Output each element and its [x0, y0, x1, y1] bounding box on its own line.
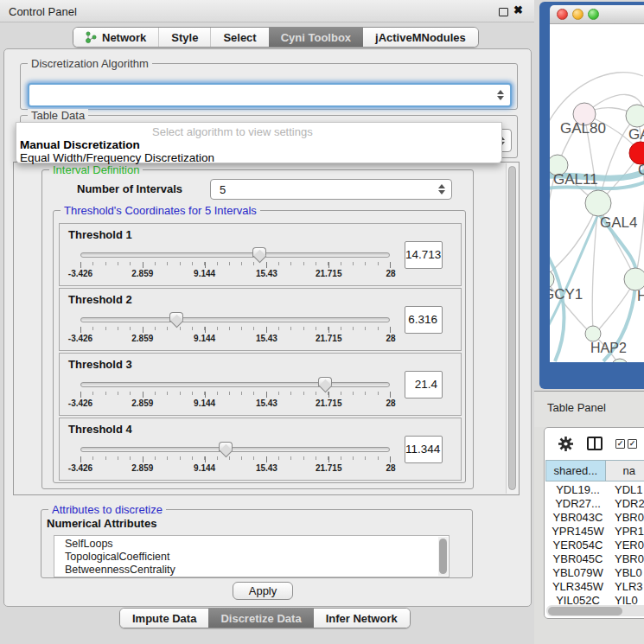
zoom-traffic-light-icon[interactable] [588, 9, 599, 20]
table-row[interactable]: YLR345WYLR3 [545, 580, 644, 594]
table-row[interactable]: YPR145WYPR1 [545, 525, 644, 539]
threshold-2-label: Threshold 2 [68, 293, 132, 306]
column-header-shared-name[interactable]: shared... [545, 460, 606, 481]
threshold-3-row: Threshold 3 -3.426 2.859 9.144 15.43 21.… [59, 353, 462, 416]
thresholds-group-label: Threshold's Coordinates for 5 Intervals [61, 204, 260, 217]
discretization-algorithm-group: Discretization Algorithm [20, 63, 518, 110]
menu-item-equal-width-frequency[interactable]: Equal Width/Frequency Discretization [20, 151, 500, 164]
tab-style[interactable]: Style [158, 28, 210, 47]
settings-scrollpane: Interval Definition Number of Intervals … [13, 162, 520, 495]
threshold-4-row: Threshold 4 -3.426 2.859 9.144 15.43 21.… [59, 418, 462, 481]
node-green[interactable] [611, 359, 628, 362]
slider-thumb[interactable] [219, 442, 233, 451]
control-panel-window: Control Panel ✖ Network Style Select Cyn… [0, 0, 534, 644]
control-panel-titlebar: Control Panel ✖ [0, 0, 534, 22]
threshold-3-value-field[interactable]: 21.4 [405, 371, 443, 399]
float-window-icon[interactable] [499, 8, 508, 16]
gear-icon[interactable] [558, 436, 574, 452]
slider-ticks [80, 392, 391, 398]
thresholds-group: Threshold's Coordinates for 5 Intervals … [53, 210, 466, 483]
slider-thumb[interactable] [169, 312, 183, 322]
node-label-gal80: GAL80 [560, 120, 606, 137]
slider-tick-labels: -3.426 2.859 9.144 15.43 21.715 28 [80, 334, 391, 343]
slider-thumb[interactable] [318, 377, 332, 386]
node-label-gal4: GAL4 [600, 214, 637, 231]
slider-ticks [80, 262, 391, 268]
list-vertical-scrollbar[interactable] [438, 537, 448, 576]
slider-ticks [80, 456, 391, 462]
menu-item-manual-discretization[interactable]: Manual Discretization [20, 138, 500, 151]
number-of-intervals-combobox[interactable]: 5 [210, 179, 452, 200]
table-row[interactable]: YBR045CYBR0 [545, 552, 644, 566]
node-label-gal11: GAL11 [553, 171, 598, 188]
slider-track[interactable] [80, 447, 390, 452]
node-label-partial: C [638, 162, 644, 178]
threshold-2-value-field[interactable]: 6.316 [405, 306, 443, 334]
table-row[interactable]: YBL079WYBL0 [545, 566, 644, 580]
slider-ticks [80, 327, 391, 333]
slider-track[interactable] [80, 252, 390, 258]
close-traffic-light-icon[interactable] [557, 9, 568, 20]
algorithm-prompt-text: Select algorithm to view settings [152, 125, 313, 138]
threshold-1-value-field[interactable]: 14.713 [405, 241, 443, 269]
top-tab-bar: Network Style Select Cyni Toolbox jActiv… [73, 27, 479, 48]
network-canvas[interactable]: GAL80 GA GAL11 C GAL4 GCY1 H HAP2 [550, 24, 644, 362]
minimize-traffic-light-icon[interactable] [572, 9, 583, 20]
tab-jactivemnodules[interactable]: jActiveMNodules [363, 28, 478, 47]
threshold-4-value-field[interactable]: 11.344 [405, 436, 443, 463]
combo-stepper-icon[interactable] [437, 184, 445, 194]
list-item[interactable]: SelfLoops [65, 538, 113, 550]
combo-stepper-icon[interactable] [496, 90, 504, 100]
horizontal-scrollbar[interactable] [546, 605, 644, 616]
table-row[interactable]: YDL19...YDL1 [545, 483, 644, 497]
node-hap2[interactable] [585, 326, 601, 341]
threshold-2-row: Threshold 2 -3.426 2.859 9.144 15.43 21.… [59, 288, 462, 351]
table-row[interactable]: YER054CYER0 [545, 539, 644, 552]
vertical-scrollbar[interactable] [506, 163, 518, 494]
threshold-2-slider[interactable]: -3.426 2.859 9.144 15.43 21.715 28 [80, 311, 390, 342]
threshold-3-label: Threshold 3 [68, 358, 132, 371]
attributes-group-label: Attributes to discretize [48, 503, 166, 516]
numerical-attributes-list[interactable]: SelfLoops TopologicalCoefficient Between… [54, 535, 450, 577]
table-row[interactable]: YDR27...YDR2 [545, 497, 644, 511]
tab-impute-data[interactable]: Impute Data [120, 609, 208, 628]
node-gal4[interactable] [585, 190, 611, 216]
tab-network-label: Network [102, 31, 146, 44]
threshold-4-slider[interactable]: -3.426 2.859 9.144 15.43 21.715 28 [80, 441, 390, 472]
checkbox-icon[interactable]: ✓ [615, 439, 625, 449]
slider-track[interactable] [80, 382, 390, 387]
numerical-attributes-label: Numerical Attributes [47, 517, 156, 530]
list-item[interactable]: TopologicalCoefficient [65, 551, 169, 563]
slider-tick-labels: -3.426 2.859 9.144 15.43 21.715 28 [80, 463, 391, 473]
checkbox-icon[interactable]: ✓ [628, 439, 637, 449]
algorithm-combobox[interactable] [28, 83, 512, 107]
tab-network[interactable]: Network [73, 28, 158, 47]
tab-select[interactable]: Select [210, 28, 268, 47]
apply-button[interactable]: Apply [233, 582, 293, 600]
node-green[interactable] [626, 105, 644, 127]
threshold-3-slider[interactable]: -3.426 2.859 9.144 15.43 21.715 28 [80, 376, 390, 407]
tab-infer-network[interactable]: Infer Network [314, 609, 410, 628]
slider-track[interactable] [80, 317, 390, 322]
node-label-partial: H [637, 288, 644, 304]
list-item[interactable]: BetweennessCentrality [65, 564, 175, 576]
table-panel-title: Table Panel [547, 401, 606, 414]
slider-thumb[interactable] [252, 247, 266, 257]
split-panel-icon[interactable] [587, 437, 603, 450]
network-window-titlebar[interactable] [550, 5, 644, 24]
threshold-1-label: Threshold 1 [68, 228, 132, 241]
close-icon[interactable]: ✖ [513, 3, 523, 16]
interval-definition-group-label: Interval Definition [49, 163, 143, 176]
tab-discretize-data[interactable]: Discretize Data [208, 609, 313, 628]
column-header-name[interactable]: na [606, 460, 644, 481]
threshold-1-slider[interactable]: -3.426 2.859 9.144 15.43 21.715 28 [80, 246, 390, 277]
node-label-gcy1: GCY1 [550, 286, 583, 303]
table-header-row: shared... na [545, 460, 644, 481]
slider-tick-labels: -3.426 2.859 9.144 15.43 21.715 28 [80, 269, 391, 278]
panel-title: Control Panel [9, 5, 77, 18]
table-row[interactable]: YBR043CYBR0 [545, 511, 644, 525]
network-icon [86, 31, 97, 44]
table-panel-titlebar: Table Panel [534, 391, 644, 427]
tab-cyni-toolbox[interactable]: Cyni Toolbox [269, 28, 363, 47]
threshold-1-row: Threshold 1 -3.426 2.859 9.144 15.43 21.… [59, 223, 462, 286]
